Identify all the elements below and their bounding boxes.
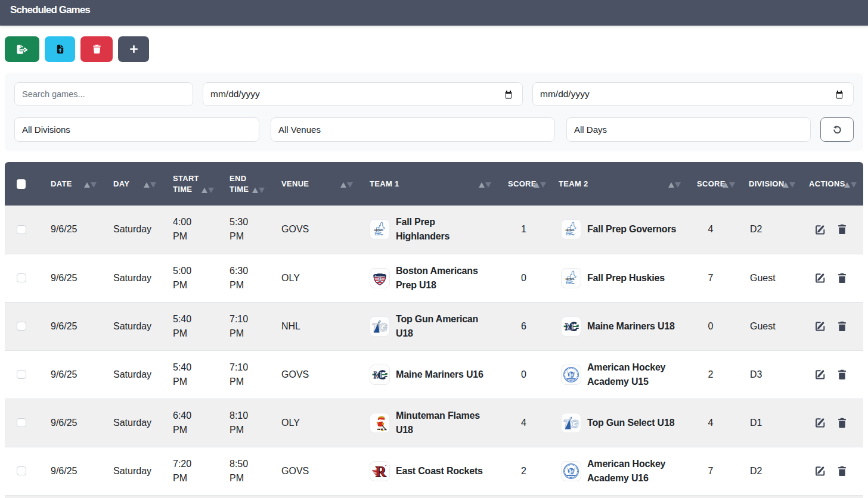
svg-text:TG: TG [372, 320, 388, 333]
svg-text:NEPSHL: NEPSHL [566, 278, 575, 281]
svg-text:NEPSHL: NEPSHL [566, 229, 575, 232]
svg-text:NEPSHL: NEPSHL [374, 229, 384, 232]
svg-text:TG: TG [563, 417, 579, 429]
svg-text:M: M [565, 322, 574, 332]
svg-text:M: M [374, 370, 383, 380]
